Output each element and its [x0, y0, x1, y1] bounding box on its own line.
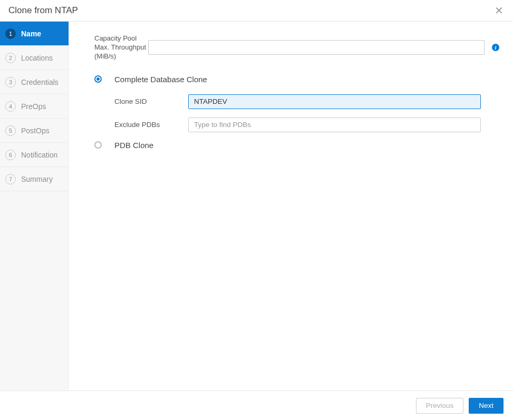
- step-notification[interactable]: 6 Notification: [0, 143, 69, 167]
- close-icon[interactable]: ✕: [495, 5, 504, 16]
- step-locations[interactable]: 2 Locations: [0, 46, 69, 70]
- wizard-sidebar: 1 Name 2 Locations 3 Credentials 4 PreOp…: [0, 22, 69, 390]
- complete-clone-label: Complete Database Clone: [114, 75, 207, 84]
- exclude-pdbs-input[interactable]: [188, 118, 481, 132]
- exclude-pdbs-row: Exclude PDBs: [94, 118, 499, 132]
- step-number: 6: [5, 150, 16, 160]
- complete-clone-radio[interactable]: [94, 75, 102, 83]
- step-label: Name: [21, 30, 41, 38]
- pdb-clone-radio[interactable]: [94, 141, 102, 149]
- capacity-row: Capacity Pool Max. Throughput (MiB/s) i: [94, 34, 499, 61]
- previous-button[interactable]: Previous: [416, 398, 464, 414]
- step-label: Credentials: [21, 78, 59, 86]
- step-label: Summary: [21, 175, 53, 183]
- step-name[interactable]: 1 Name: [0, 22, 69, 46]
- exclude-pdbs-label: Exclude PDBs: [114, 121, 188, 129]
- step-label: PreOps: [21, 102, 46, 111]
- complete-clone-row: Complete Database Clone: [94, 75, 499, 84]
- step-number: 3: [5, 77, 16, 87]
- dialog-header: Clone from NTAP ✕: [0, 0, 513, 22]
- clone-sid-label: Clone SID: [114, 97, 188, 105]
- step-label: PostOps: [21, 126, 50, 135]
- dialog-footer: Previous Next: [0, 390, 513, 420]
- step-number: 7: [5, 174, 16, 184]
- dialog-body: 1 Name 2 Locations 3 Credentials 4 PreOp…: [0, 22, 513, 390]
- step-label: Notification: [21, 151, 57, 159]
- step-label: Locations: [21, 54, 53, 62]
- step-summary[interactable]: 7 Summary: [0, 167, 69, 191]
- main-content: Capacity Pool Max. Throughput (MiB/s) i …: [69, 22, 513, 390]
- capacity-label: Capacity Pool Max. Throughput (MiB/s): [94, 34, 148, 61]
- info-icon[interactable]: i: [492, 44, 499, 51]
- capacity-input[interactable]: [148, 40, 485, 55]
- next-button[interactable]: Next: [469, 398, 504, 414]
- step-credentials[interactable]: 3 Credentials: [0, 70, 69, 94]
- pdb-clone-row: PDB Clone: [94, 141, 499, 150]
- clone-sid-input[interactable]: [188, 94, 481, 109]
- step-number: 4: [5, 101, 16, 112]
- dialog-title: Clone from NTAP: [8, 5, 78, 16]
- step-preops[interactable]: 4 PreOps: [0, 94, 69, 119]
- step-postops[interactable]: 5 PostOps: [0, 119, 69, 143]
- step-number: 1: [5, 28, 16, 39]
- step-number: 5: [5, 125, 16, 136]
- clone-sid-row: Clone SID: [94, 94, 499, 109]
- step-number: 2: [5, 53, 16, 63]
- pdb-clone-label: PDB Clone: [114, 141, 153, 150]
